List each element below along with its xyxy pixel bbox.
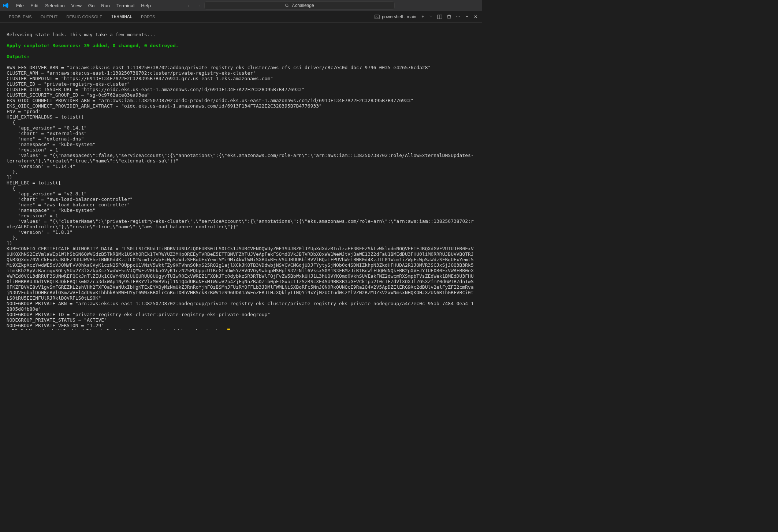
menu-terminal[interactable]: Terminal [113,1,137,10]
menu-go[interactable]: Go [85,1,97,10]
nav-back-icon[interactable]: ← [187,3,191,8]
terminal-icon [375,14,380,19]
tab-debug-console[interactable]: DEBUG CONSOLE [62,12,107,21]
menu-selection[interactable]: Selection [42,1,67,10]
nav-forward-icon[interactable]: → [196,3,201,8]
search-value: 7.challenge [291,3,314,8]
titlebar: File Edit Selection View Go Run Terminal… [0,0,482,11]
menu-file[interactable]: File [13,1,27,10]
new-terminal-icon[interactable]: ＋ [421,14,425,20]
svg-point-0 [286,4,289,7]
svg-line-1 [288,6,289,7]
tab-terminal[interactable]: TERMINAL [107,12,137,21]
shell-name: powershell - main [382,14,416,19]
terminal-shell-selector[interactable]: powershell - main [375,14,416,19]
menu-view[interactable]: View [68,1,85,10]
tab-problems[interactable]: PROBLEMS [4,12,36,21]
menu-edit[interactable]: Edit [27,1,41,10]
tab-ports[interactable]: PORTS [137,12,160,21]
command-center[interactable]: 7.challenge [204,1,395,10]
maximize-panel-icon[interactable] [465,14,469,19]
menu-help[interactable]: Help [138,1,154,10]
kill-terminal-icon[interactable] [447,14,451,19]
panel-tabs: PROBLEMS OUTPUT DEBUG CONSOLE TERMINAL P… [0,11,482,23]
split-terminal-icon[interactable] [437,14,442,19]
terminal-output[interactable]: Releasing state lock. This may take a fe… [0,23,482,330]
terminal-cursor [227,329,230,330]
search-icon [285,3,289,8]
more-actions-icon[interactable]: ⋯ [456,14,460,19]
close-panel-icon[interactable]: ✕ [474,14,477,19]
menu-run[interactable]: Run [98,1,113,10]
terminal-dropdown-icon[interactable]: ﹀ [429,14,433,19]
menu-bar: File Edit Selection View Go Run Terminal… [13,1,154,10]
vscode-icon [3,3,9,8]
svg-rect-2 [375,15,379,19]
tab-output[interactable]: OUTPUT [36,12,62,21]
